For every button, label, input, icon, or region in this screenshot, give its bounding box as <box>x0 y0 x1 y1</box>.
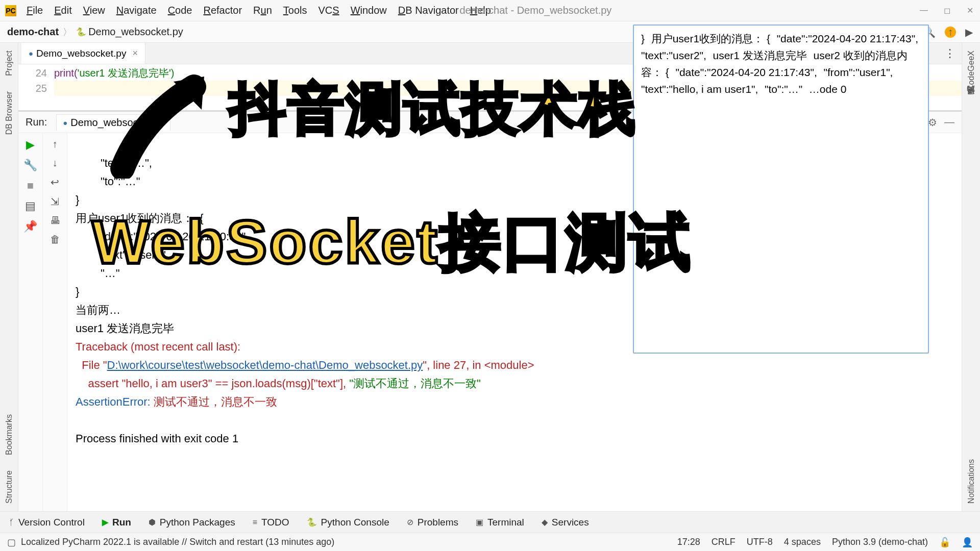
scroll-end-icon[interactable]: ⇲ <box>51 195 59 208</box>
hide-panel-icon[interactable]: — <box>944 116 954 129</box>
bottom-toolwindow-bar: ᚶVersion Control ▶Run ⬢Python Packages ≡… <box>0 511 980 533</box>
menu-view[interactable]: View <box>83 5 105 16</box>
menu-run[interactable]: Run <box>253 5 272 16</box>
bottom-todo[interactable]: ≡TODO <box>253 517 289 528</box>
bottom-version-control[interactable]: ᚶVersion Control <box>9 517 85 528</box>
menu-dbnav[interactable]: DB Navigator <box>398 5 459 16</box>
breadcrumb-project[interactable]: demo-chat <box>7 26 59 38</box>
maximize-icon[interactable]: ◻ <box>942 6 952 15</box>
status-line-sep[interactable]: CRLF <box>712 537 736 547</box>
menu-window[interactable]: Window <box>351 5 387 16</box>
play-icon: ▶ <box>102 517 108 527</box>
status-encoding[interactable]: UTF-8 <box>747 537 773 547</box>
status-interpreter[interactable]: Python 3.9 (demo-chat) <box>832 537 928 547</box>
status-icon[interactable]: ▢ <box>7 537 16 548</box>
bottom-run[interactable]: ▶Run <box>102 517 131 528</box>
print-icon[interactable]: 🖶 <box>50 215 60 227</box>
update-icon[interactable]: ↑ <box>945 27 956 38</box>
python-file-icon: ● <box>29 49 33 58</box>
menu-navigate[interactable]: Navigate <box>116 5 157 16</box>
status-bar: ▢ Localized PyCharm 2022.1 is available … <box>0 533 980 551</box>
editor-tab-demo-websocket[interactable]: ● Demo_websocket.py × <box>21 43 145 64</box>
menu-vcs[interactable]: VCS <box>318 5 339 16</box>
services-icon: ◆ <box>542 517 548 527</box>
app-icon: PC <box>5 5 16 16</box>
stop-icon[interactable]: ■ <box>27 179 34 192</box>
close-icon[interactable]: ✕ <box>965 6 975 15</box>
traceback-file-link[interactable]: D:\work\course\test\websocket\demo-chat\… <box>107 359 423 371</box>
inspect-icon[interactable]: 👤 <box>962 537 973 548</box>
bottom-problems[interactable]: ⊘Problems <box>407 517 458 528</box>
editor-more-icon[interactable]: ⋮ <box>944 47 955 60</box>
run-toolbar-primary: ▶ 🔧 ■ ▤ 📌 <box>18 133 43 511</box>
wrench-icon[interactable]: 🔧 <box>23 159 37 172</box>
menu-file[interactable]: File <box>27 5 43 16</box>
bottom-terminal[interactable]: ▣Terminal <box>476 517 524 528</box>
gear-icon[interactable]: ⚙ <box>928 116 937 129</box>
window-controls: — ◻ ✕ <box>919 6 975 15</box>
sidebar-structure[interactable]: Structure <box>5 470 14 504</box>
status-message[interactable]: Localized PyCharm 2022.1 is available //… <box>21 537 334 547</box>
minimize-icon[interactable]: — <box>919 6 929 15</box>
menu-code[interactable]: Code <box>168 5 192 16</box>
down-arrow-icon[interactable]: ↓ <box>53 157 58 169</box>
sidebar-project[interactable]: Project <box>5 51 14 76</box>
window-title: demo-chat - Demo_websocket.py <box>459 5 611 16</box>
editor-tab-label: Demo_websocket.py <box>36 48 126 59</box>
branch-icon: ᚶ <box>9 518 14 527</box>
bottom-python-packages[interactable]: ⬢Python Packages <box>149 517 235 528</box>
run-label: Run: <box>26 116 47 128</box>
status-indent[interactable]: 4 spaces <box>784 537 821 547</box>
python-file-icon: 🐍 <box>76 27 86 37</box>
codewithme-icon[interactable]: ▶ <box>965 26 973 38</box>
trash-icon[interactable]: 🗑 <box>50 234 60 245</box>
run-toolbar-secondary: ↑ ↓ ↩ ⇲ 🖶 🗑 <box>43 133 67 511</box>
right-toolwindow-bar: CodeGeeX 通义灵码 Notifications <box>962 43 980 511</box>
status-position[interactable]: 17:28 <box>677 537 700 547</box>
package-icon: ⬢ <box>149 517 156 527</box>
line-gutter: 24 25 <box>18 64 54 110</box>
pin-icon[interactable]: 📌 <box>23 220 37 233</box>
problems-icon: ⊘ <box>407 517 413 527</box>
list-icon: ≡ <box>253 518 257 527</box>
readonly-icon[interactable]: 🔓 <box>939 537 950 548</box>
menubar: PC File Edit View Navigate Code Refactor… <box>0 0 980 21</box>
python-icon: 🐍 <box>307 517 317 527</box>
menu-refactor[interactable]: Refactor <box>203 5 242 16</box>
quick-doc-popup: } 用户user1收到的消息： { "date":"2024-04-20 21:… <box>633 24 929 354</box>
close-tab-icon[interactable]: × <box>132 48 138 59</box>
breadcrumb-sep: 〉 <box>63 26 72 38</box>
run-tab[interactable]: ● Demo_websocket × <box>56 114 170 131</box>
sidebar-bookmarks[interactable]: Bookmarks <box>5 414 14 455</box>
close-run-tab-icon[interactable]: × <box>158 117 164 129</box>
sidebar-notifications[interactable]: Notifications <box>967 459 976 504</box>
left-toolwindow-bar: Project DB Browser Bookmarks Structure <box>0 43 18 511</box>
menu-edit[interactable]: Edit <box>54 5 71 16</box>
bottom-python-console[interactable]: 🐍Python Console <box>307 517 389 528</box>
rerun-icon[interactable]: ▶ <box>26 138 35 152</box>
sidebar-db[interactable]: DB Browser <box>5 91 14 135</box>
python-file-icon: ● <box>63 118 67 127</box>
breadcrumb-file[interactable]: Demo_websocket.py <box>88 26 183 38</box>
bottom-services[interactable]: ◆Services <box>542 517 589 528</box>
sidebar-codegeex[interactable]: CodeGeeX <box>967 51 976 91</box>
run-tab-label: Demo_websocket <box>70 117 152 129</box>
menu-tools[interactable]: Tools <box>283 5 307 16</box>
terminal-icon: ▣ <box>476 517 483 527</box>
soft-wrap-icon[interactable]: ↩ <box>51 176 59 188</box>
layout-icon[interactable]: ▤ <box>25 199 36 213</box>
up-arrow-icon[interactable]: ↑ <box>53 138 58 150</box>
